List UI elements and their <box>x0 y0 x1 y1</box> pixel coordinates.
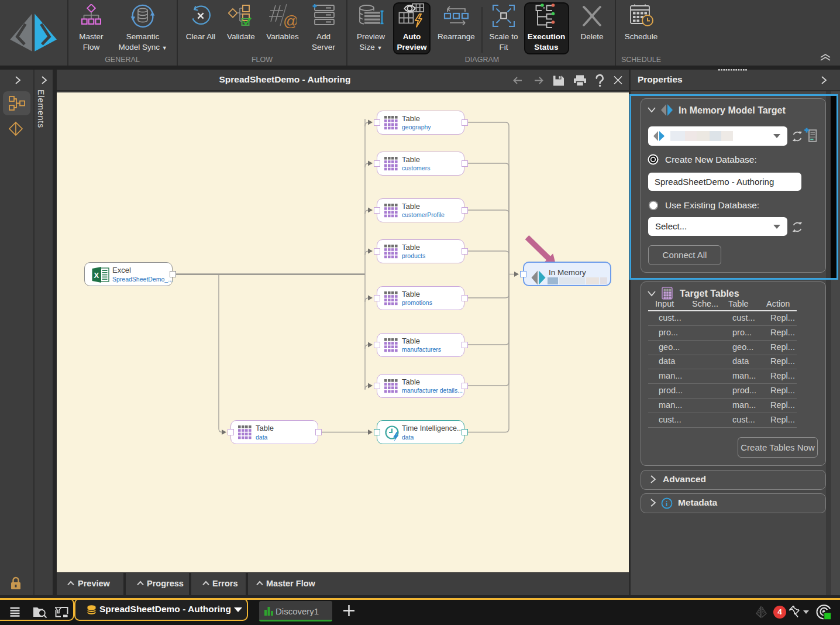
svg-text:@: @ <box>283 12 297 28</box>
svg-text:X: X <box>94 271 99 280</box>
svg-text:i: i <box>666 500 668 508</box>
